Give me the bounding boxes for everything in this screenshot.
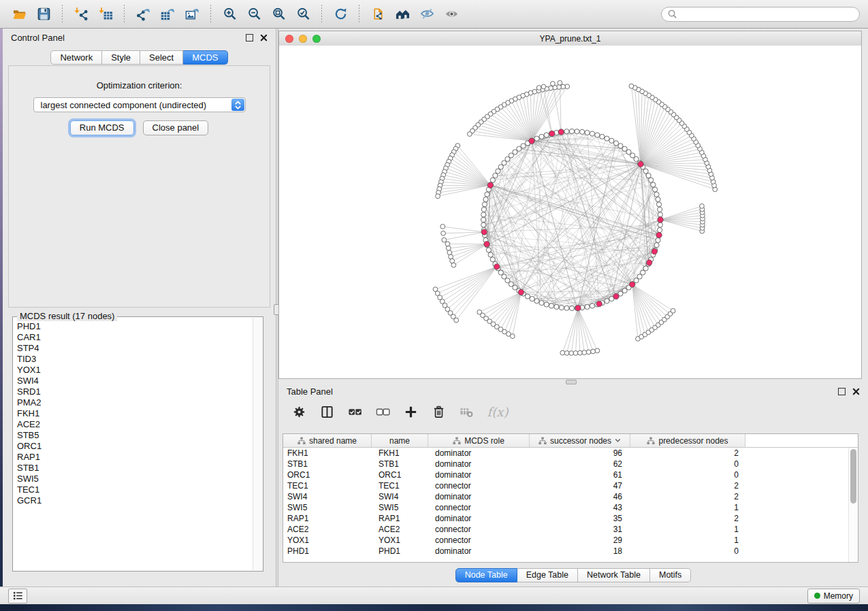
mcds-result-item[interactable]: TID3 — [17, 354, 253, 365]
column-header-name[interactable]: name — [372, 434, 428, 448]
close-panel-button[interactable]: Close panel — [143, 120, 209, 135]
table-row[interactable]: FKH1FKH1dominator962 — [283, 448, 858, 459]
table-row[interactable]: RAP1RAP1dominator352 — [283, 513, 858, 524]
mcds-result-item[interactable]: SWI4 — [17, 376, 253, 386]
close-panel-icon[interactable] — [260, 34, 268, 42]
network-from-file-icon[interactable] — [368, 4, 388, 24]
mcds-result-item[interactable]: FKH1 — [17, 408, 253, 419]
mcds-result-item[interactable]: GCR1 — [17, 495, 253, 506]
cell-MCDS-role[interactable]: connector — [428, 525, 530, 534]
column-header-shared-name[interactable]: shared name — [283, 434, 372, 448]
cell-MCDS-role[interactable]: dominator — [428, 459, 530, 469]
mcds-result-item[interactable]: SRD1 — [17, 386, 253, 397]
mcds-result-item[interactable]: PHD1 — [17, 321, 253, 332]
table-scrollbar-thumb[interactable] — [850, 449, 856, 503]
tab-motifs[interactable]: Motifs — [650, 568, 691, 582]
mcds-result-item[interactable]: STP4 — [17, 343, 253, 354]
cell-MCDS-role[interactable]: dominator — [428, 546, 530, 556]
network-canvas[interactable] — [279, 46, 861, 378]
cell-MCDS-role[interactable]: dominator — [428, 470, 530, 480]
column-header-MCDS-role[interactable]: MCDS role — [428, 434, 530, 448]
tab-select[interactable]: Select — [140, 50, 183, 65]
close-window-icon[interactable] — [285, 35, 293, 43]
cell-predecessor-nodes[interactable]: 2 — [630, 492, 745, 501]
mcds-result-item[interactable]: ACE2 — [17, 419, 253, 430]
cell-shared-name[interactable]: ORC1 — [283, 470, 372, 480]
mcds-result-item[interactable]: CAR1 — [17, 332, 253, 343]
criterion-dropdown[interactable]: largest connected component (undirected) — [33, 97, 246, 112]
memory-button[interactable]: Memory — [807, 589, 860, 604]
cell-shared-name[interactable]: ACE2 — [283, 525, 372, 534]
add-column-icon[interactable] — [402, 403, 419, 420]
minimize-window-icon[interactable] — [299, 35, 307, 43]
cell-name[interactable]: STB1 — [372, 459, 428, 469]
cell-MCDS-role[interactable]: dominator — [428, 492, 530, 501]
table-row[interactable]: SWI4SWI4dominator462 — [283, 491, 858, 502]
cell-name[interactable]: SWI4 — [372, 492, 428, 501]
show-graphics-icon[interactable] — [441, 4, 462, 24]
cell-shared-name[interactable]: SWI4 — [283, 492, 372, 501]
import-network-icon[interactable] — [71, 4, 91, 24]
cell-successor-nodes[interactable]: 43 — [530, 503, 630, 512]
cell-name[interactable]: TEC1 — [372, 481, 428, 491]
settings-gear-icon[interactable] — [291, 403, 307, 420]
hide-graphics-icon[interactable] — [417, 4, 437, 24]
select-all-icon[interactable] — [347, 403, 363, 420]
cell-successor-nodes[interactable]: 46 — [530, 492, 630, 501]
zoom-selected-icon[interactable] — [293, 4, 313, 24]
cell-MCDS-role[interactable]: connector — [428, 481, 530, 491]
mcds-result-item[interactable]: ORC1 — [17, 441, 253, 452]
cell-predecessor-nodes[interactable]: 2 — [630, 514, 745, 523]
cell-MCDS-role[interactable]: connector — [428, 503, 530, 512]
cell-MCDS-role[interactable]: dominator — [428, 514, 530, 523]
mcds-result-item[interactable]: PMA2 — [17, 397, 253, 408]
cell-predecessor-nodes[interactable]: 0 — [630, 470, 745, 480]
cell-shared-name[interactable]: SWI5 — [283, 503, 372, 512]
cell-predecessor-nodes[interactable]: 1 — [630, 525, 745, 534]
save-session-icon[interactable] — [33, 4, 54, 24]
tab-node-table[interactable]: Node Table — [455, 568, 517, 582]
cell-predecessor-nodes[interactable]: 0 — [630, 546, 745, 556]
maximize-window-icon[interactable] — [312, 35, 321, 43]
cell-name[interactable]: RAP1 — [372, 514, 428, 523]
cell-MCDS-role[interactable]: dominator — [428, 448, 530, 458]
cell-successor-nodes[interactable]: 61 — [530, 470, 630, 480]
table-row[interactable]: PHD1PHD1dominator180 — [283, 546, 858, 557]
cell-predecessor-nodes[interactable]: 0 — [630, 459, 745, 469]
cell-shared-name[interactable]: STB1 — [283, 459, 372, 469]
cell-successor-nodes[interactable]: 31 — [530, 525, 630, 534]
cell-predecessor-nodes[interactable]: 2 — [630, 481, 745, 491]
zoom-out-icon[interactable] — [244, 4, 264, 24]
zoom-fit-icon[interactable] — [268, 4, 289, 24]
cell-predecessor-nodes[interactable]: 1 — [630, 535, 745, 545]
column-header-successor-nodes[interactable]: successor nodes — [530, 434, 630, 448]
cell-name[interactable]: ACE2 — [372, 525, 428, 534]
tab-mcds[interactable]: MCDS — [183, 50, 227, 65]
cell-shared-name[interactable]: YOX1 — [283, 535, 372, 545]
column-header-predecessor-nodes[interactable]: predecessor nodes — [630, 434, 745, 448]
mcds-result-item[interactable]: TEC1 — [17, 484, 253, 495]
close-table-panel-icon[interactable] — [852, 388, 860, 395]
export-image-icon[interactable] — [182, 4, 202, 24]
tab-edge-table[interactable]: Edge Table — [517, 568, 578, 582]
zoom-in-icon[interactable] — [219, 4, 240, 24]
mcds-result-scrollbar[interactable] — [253, 318, 262, 570]
horizontal-divider[interactable] — [278, 379, 862, 384]
horizontal-divider-grip[interactable] — [566, 380, 577, 384]
run-mcds-button[interactable]: Run MCDS — [70, 120, 134, 135]
cell-name[interactable]: ORC1 — [372, 470, 428, 480]
table-row[interactable]: STB1STB1dominator620 — [283, 459, 858, 469]
float-table-panel-icon[interactable] — [838, 388, 846, 395]
cell-MCDS-role[interactable]: connector — [428, 535, 530, 545]
search-input[interactable] — [677, 8, 859, 20]
network-window-titlebar[interactable]: YPA_prune.txt_1 — [279, 31, 861, 46]
cell-name[interactable]: YOX1 — [372, 535, 428, 545]
mcds-result-item[interactable]: RAP1 — [17, 452, 253, 463]
cell-shared-name[interactable]: FKH1 — [283, 448, 372, 458]
cell-successor-nodes[interactable]: 62 — [530, 459, 630, 469]
cell-name[interactable]: FKH1 — [372, 448, 428, 458]
open-file-icon[interactable] — [9, 4, 29, 24]
cell-successor-nodes[interactable]: 29 — [530, 535, 630, 545]
mcds-result-item[interactable]: STB5 — [17, 430, 253, 441]
table-row[interactable]: TEC1TEC1connector472 — [283, 480, 858, 491]
